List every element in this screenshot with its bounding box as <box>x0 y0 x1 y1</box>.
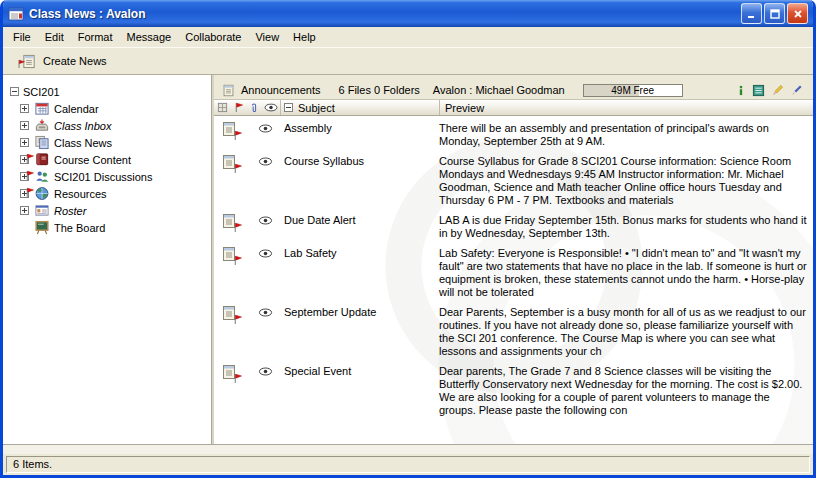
minimize-icon <box>747 9 757 19</box>
minimize-button[interactable] <box>741 3 762 24</box>
eye-icon <box>258 305 284 319</box>
menu-file[interactable]: File <box>6 29 38 45</box>
file-folder-counts: 6 Files 0 Folders <box>339 84 420 96</box>
menu-format[interactable]: Format <box>71 29 120 45</box>
sidebar-item-roster[interactable]: Roster <box>3 202 211 219</box>
book-icon <box>33 152 50 167</box>
column-header-row: Subject Preview <box>214 99 813 116</box>
sidebar-item-label: The Board <box>54 222 105 234</box>
toolbar: Create News <box>3 47 813 75</box>
message-row-due-date-alert[interactable]: Due Date Alert LAB A is due Friday Septe… <box>214 211 813 244</box>
titlebar[interactable]: Class News : Avalon <box>3 0 813 27</box>
message-row-september-update[interactable]: September Update Dear Parents, September… <box>214 303 813 362</box>
sidebar-item-discussions[interactable]: SCI201 Discussions <box>3 168 211 185</box>
notes-icon[interactable] <box>752 84 765 97</box>
expand-icon[interactable] <box>20 121 29 130</box>
sidebar-item-label: Class News <box>54 137 112 149</box>
preview-column-header[interactable]: Preview <box>439 100 813 115</box>
menu-collaborate[interactable]: Collaborate <box>178 29 248 45</box>
unread-flag-icon <box>25 187 34 198</box>
horizontal-scrollbar[interactable] <box>3 444 813 454</box>
unread-flag-icon <box>233 222 242 233</box>
maximize-button[interactable] <box>764 3 785 24</box>
window-title: Class News : Avalon <box>29 7 739 21</box>
message-subject: Due Date Alert <box>284 213 439 226</box>
news-item-icon <box>214 154 258 173</box>
news-item-icon <box>214 121 258 140</box>
eye-icon <box>258 213 284 227</box>
unread-flag-icon <box>233 130 242 141</box>
expand-icon[interactable] <box>20 138 29 147</box>
message-subject: Course Syllabus <box>284 154 439 167</box>
create-news-label: Create News <box>43 55 107 67</box>
pencil-icon[interactable] <box>771 84 784 97</box>
status-bar: 6 Items. <box>3 454 813 475</box>
news-item-icon <box>214 364 258 383</box>
app-window: Class News : Avalon File Edit Format Mes… <box>0 0 816 478</box>
message-preview: Lab Safety: Everyone is Responsible! • "… <box>439 246 813 299</box>
item-type-column-icon[interactable] <box>214 100 231 115</box>
unread-flag-icon <box>25 170 34 181</box>
sidebar-item-calendar[interactable]: Calendar <box>3 100 211 117</box>
message-row-lab-safety[interactable]: Lab Safety Lab Safety: Everyone is Respo… <box>214 244 813 303</box>
folder-icon <box>222 84 236 97</box>
sidebar-item-label: Course Content <box>54 154 131 166</box>
unread-flag-icon <box>233 373 242 384</box>
message-preview: There will be an assembly and presentati… <box>439 121 813 148</box>
free-space-label: 49M Free <box>584 85 682 96</box>
info-icon[interactable] <box>736 84 746 97</box>
eye-icon <box>258 121 284 135</box>
menu-view[interactable]: View <box>248 29 286 45</box>
sidebar-item-label: Calendar <box>54 103 99 115</box>
message-row-special-event[interactable]: Special Event Dear parents, The Grade 7 … <box>214 362 813 421</box>
sidebar-item-resources[interactable]: Resources <box>3 185 211 202</box>
viewed-column-icon[interactable] <box>261 100 280 115</box>
collapse-icon[interactable] <box>10 87 19 96</box>
message-preview: Dear Parents, September is a busy month … <box>439 305 813 358</box>
collapse-all-toggle[interactable] <box>284 103 293 112</box>
message-subject: Assembly <box>284 121 439 134</box>
calendar-icon <box>33 101 50 116</box>
sidebar-item-label: Resources <box>54 188 107 200</box>
news-item-icon <box>214 246 258 265</box>
pen-icon[interactable] <box>790 84 803 97</box>
menu-edit[interactable]: Edit <box>38 29 71 45</box>
unread-flag-icon <box>25 153 34 164</box>
tree-root-label: SCI201 <box>23 86 60 98</box>
close-icon <box>793 9 803 19</box>
tree-root-sci201[interactable]: SCI201 <box>3 83 211 100</box>
unread-flag-icon <box>233 314 242 325</box>
eye-icon <box>258 246 284 260</box>
message-row-assembly[interactable]: Assembly There will be an assembly and p… <box>214 119 813 152</box>
close-button[interactable] <box>787 3 808 24</box>
sidebar-item-class-inbox[interactable]: Class Inbox <box>3 117 211 134</box>
sidebar-item-class-news[interactable]: Class News <box>3 134 211 151</box>
expand-icon[interactable] <box>20 206 29 215</box>
sidebar-item-course-content[interactable]: Course Content <box>3 151 211 168</box>
menu-help[interactable]: Help <box>286 29 323 45</box>
subject-column-header[interactable]: Subject <box>280 100 439 115</box>
board-icon <box>33 220 50 235</box>
news-item-icon <box>214 213 258 232</box>
message-row-course-syllabus[interactable]: Course Syllabus Course Syllabus for Grad… <box>214 152 813 211</box>
globe-icon <box>33 186 50 201</box>
discussions-icon <box>33 169 50 184</box>
folder-name: Announcements <box>241 84 321 96</box>
menu-message[interactable]: Message <box>120 29 179 45</box>
create-news-button[interactable]: Create News <box>13 51 115 72</box>
roster-icon <box>33 203 50 218</box>
message-preview: LAB A is due Friday September 15th. Bonu… <box>439 213 813 240</box>
sidebar-item-label: SCI201 Discussions <box>54 171 152 183</box>
create-news-icon <box>21 54 37 69</box>
sidebar-item-label: Class Inbox <box>54 120 111 132</box>
message-list: Assembly There will be an assembly and p… <box>214 116 813 444</box>
news-conference-icon <box>33 135 50 150</box>
free-space-indicator: 49M Free <box>583 84 683 97</box>
attachment-column-icon[interactable] <box>246 100 261 115</box>
message-subject: Special Event <box>284 364 439 377</box>
message-subject: Lab Safety <box>284 246 439 259</box>
sidebar-item-the-board[interactable]: The Board <box>3 219 211 236</box>
flag-column-icon[interactable] <box>231 100 246 115</box>
unread-flag-icon <box>233 163 242 174</box>
expand-icon[interactable] <box>20 104 29 113</box>
